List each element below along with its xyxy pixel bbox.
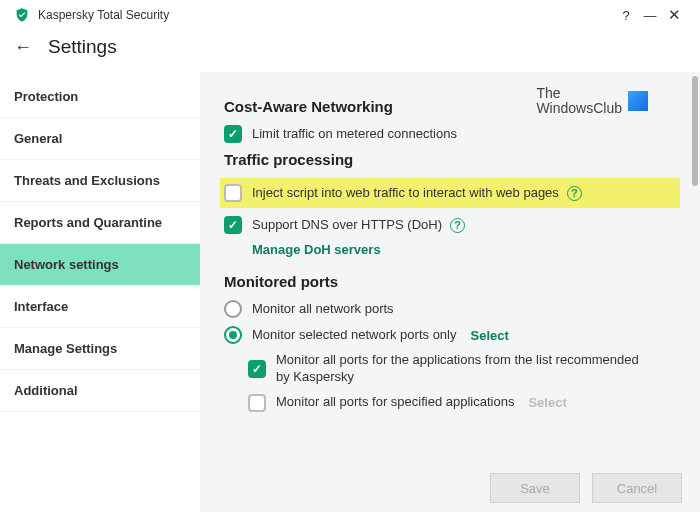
limit-traffic-label: Limit traffic on metered connections — [252, 126, 457, 143]
monitor-all-ports-label: Monitor all network ports — [252, 301, 394, 318]
sidebar-item-interface[interactable]: Interface — [0, 286, 200, 328]
title-bar: Kaspersky Total Security ? ― ✕ — [0, 0, 700, 30]
monitor-specified-apps-checkbox[interactable] — [248, 394, 266, 412]
scrollbar-thumb[interactable] — [692, 76, 698, 186]
select-apps-link: Select — [528, 395, 566, 410]
sidebar-item-threats[interactable]: Threats and Exclusions — [0, 160, 200, 202]
help-button[interactable]: ? — [614, 8, 638, 23]
back-arrow-icon[interactable]: ← — [14, 37, 32, 58]
content-area: The WindowsClub Cost-Aware Networking Li… — [200, 72, 700, 512]
watermark-square-icon — [628, 91, 648, 111]
monitor-all-ports-radio[interactable] — [224, 300, 242, 318]
header: ← Settings — [0, 30, 700, 72]
dns-doh-label: Support DNS over HTTPS (DoH) — [252, 217, 442, 234]
monitor-recommended-apps-label: Monitor all ports for the applications f… — [276, 352, 656, 386]
cancel-button[interactable]: Cancel — [592, 473, 682, 503]
section-monitored-ports-title: Monitored ports — [224, 273, 676, 290]
inject-script-row-highlight: Inject script into web traffic to intera… — [220, 178, 680, 208]
sidebar-item-manage-settings[interactable]: Manage Settings — [0, 328, 200, 370]
sidebar-item-reports[interactable]: Reports and Quarantine — [0, 202, 200, 244]
monitor-recommended-apps-checkbox[interactable] — [248, 360, 266, 378]
close-button[interactable]: ✕ — [662, 6, 686, 24]
section-traffic-processing-title: Traffic processing — [224, 151, 676, 168]
save-button[interactable]: Save — [490, 473, 580, 503]
monitor-specified-apps-label: Monitor all ports for specified applicat… — [276, 394, 514, 411]
dns-doh-help-icon[interactable] — [450, 218, 465, 233]
dns-doh-checkbox[interactable] — [224, 216, 242, 234]
sidebar: Protection General Threats and Exclusion… — [0, 72, 200, 512]
sidebar-item-general[interactable]: General — [0, 118, 200, 160]
app-title: Kaspersky Total Security — [38, 8, 614, 22]
watermark-line2: WindowsClub — [536, 101, 622, 116]
select-ports-link[interactable]: Select — [470, 328, 508, 343]
sidebar-item-network-settings[interactable]: Network settings — [0, 244, 200, 286]
manage-doh-servers-link[interactable]: Manage DoH servers — [252, 242, 676, 257]
monitor-selected-ports-radio[interactable] — [224, 326, 242, 344]
limit-traffic-checkbox[interactable] — [224, 125, 242, 143]
minimize-button[interactable]: ― — [638, 8, 662, 23]
inject-script-checkbox[interactable] — [224, 184, 242, 202]
app-shield-icon — [14, 7, 30, 23]
inject-script-label: Inject script into web traffic to intera… — [252, 185, 559, 202]
sidebar-item-protection[interactable]: Protection — [0, 76, 200, 118]
watermark: The WindowsClub — [536, 86, 648, 115]
sidebar-item-additional[interactable]: Additional — [0, 370, 200, 412]
footer-bar: Save Cancel — [200, 464, 700, 512]
watermark-line1: The — [536, 86, 622, 101]
monitor-selected-ports-label: Monitor selected network ports only — [252, 327, 456, 344]
inject-script-help-icon[interactable] — [567, 186, 582, 201]
page-title: Settings — [48, 36, 117, 58]
